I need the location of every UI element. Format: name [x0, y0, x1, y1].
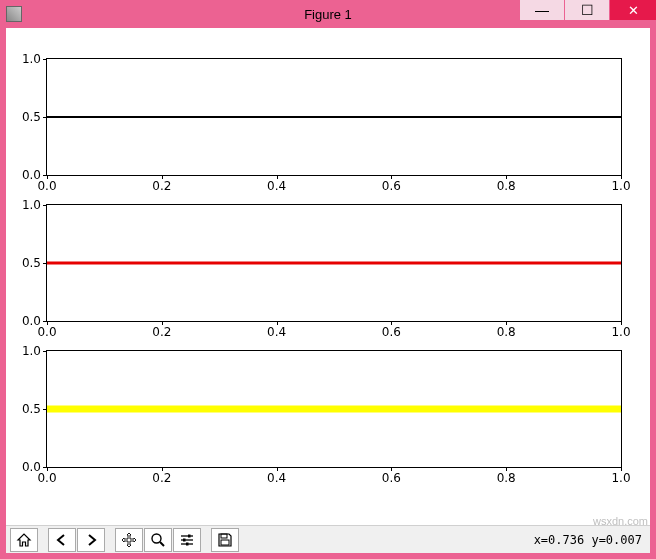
xtick-label: 0.4 [267, 471, 286, 485]
svg-rect-9 [221, 540, 229, 545]
save-icon [217, 532, 233, 548]
zoom-icon [150, 532, 166, 548]
window-controls: — ☐ ✕ [519, 0, 656, 28]
close-icon: ✕ [628, 3, 639, 18]
matplotlib-toolbar: x=0.736 y=0.007 [6, 525, 650, 553]
plot-line-2 [47, 262, 621, 265]
maximize-icon: ☐ [581, 2, 594, 18]
xtick-label: 0.6 [382, 179, 401, 193]
maximize-button[interactable]: ☐ [565, 0, 609, 20]
subplot-3[interactable]: 1.0 0.5 0.0 0.0 0.2 0.4 0.6 0.8 1.0 [46, 350, 622, 468]
ytick-label: 0.5 [22, 256, 41, 270]
xtick-label: 0.0 [37, 325, 56, 339]
svg-rect-7 [186, 542, 189, 545]
figure-canvas[interactable]: 1.0 0.5 0.0 0.0 0.2 0.4 0.6 0.8 1.0 1.0 … [6, 28, 650, 525]
ytick-label: 0.5 [22, 110, 41, 124]
xtick-label: 0.2 [152, 325, 171, 339]
arrow-left-icon [54, 532, 70, 548]
minimize-button[interactable]: — [520, 0, 564, 20]
xtick-label: 0.4 [267, 179, 286, 193]
move-icon [121, 532, 137, 548]
minimize-icon: — [535, 2, 549, 18]
xtick-label: 1.0 [611, 471, 630, 485]
forward-button[interactable] [77, 528, 105, 552]
plot-line-3 [47, 406, 621, 413]
ytick-label: 1.0 [22, 198, 41, 212]
xtick-label: 1.0 [611, 325, 630, 339]
home-icon [16, 532, 32, 548]
cursor-coordinates: x=0.736 y=0.007 [534, 533, 646, 547]
ytick-label: 1.0 [22, 52, 41, 66]
configure-subplots-button[interactable] [173, 528, 201, 552]
zoom-button[interactable] [144, 528, 172, 552]
home-button[interactable] [10, 528, 38, 552]
xtick-label: 0.6 [382, 325, 401, 339]
xtick-label: 1.0 [611, 179, 630, 193]
svg-rect-5 [183, 538, 186, 541]
xtick-label: 0.0 [37, 179, 56, 193]
subplot-1[interactable]: 1.0 0.5 0.0 0.0 0.2 0.4 0.6 0.8 1.0 [46, 58, 622, 176]
xtick-label: 0.2 [152, 179, 171, 193]
app-icon [6, 6, 22, 22]
subplot-2[interactable]: 1.0 0.5 0.0 0.0 0.2 0.4 0.6 0.8 1.0 [46, 204, 622, 322]
back-button[interactable] [48, 528, 76, 552]
xtick-label: 0.8 [497, 325, 516, 339]
titlebar[interactable]: Figure 1 — ☐ ✕ [0, 0, 656, 28]
xtick-label: 0.0 [37, 471, 56, 485]
plot-line-1 [47, 116, 621, 118]
xtick-label: 0.8 [497, 179, 516, 193]
pan-button[interactable] [115, 528, 143, 552]
xtick-label: 0.2 [152, 471, 171, 485]
ytick-label: 1.0 [22, 344, 41, 358]
app-window: Figure 1 — ☐ ✕ 1.0 0.5 0.0 0.0 0.2 0.4 0… [0, 0, 656, 559]
xtick-label: 0.6 [382, 471, 401, 485]
xtick-label: 0.8 [497, 471, 516, 485]
sliders-icon [179, 532, 195, 548]
client-area: 1.0 0.5 0.0 0.0 0.2 0.4 0.6 0.8 1.0 1.0 … [6, 28, 650, 553]
arrow-right-icon [83, 532, 99, 548]
svg-point-0 [152, 534, 161, 543]
xtick-label: 0.4 [267, 325, 286, 339]
svg-rect-3 [188, 534, 191, 537]
save-button[interactable] [211, 528, 239, 552]
close-button[interactable]: ✕ [610, 0, 656, 20]
svg-line-1 [160, 542, 164, 546]
ytick-label: 0.5 [22, 402, 41, 416]
